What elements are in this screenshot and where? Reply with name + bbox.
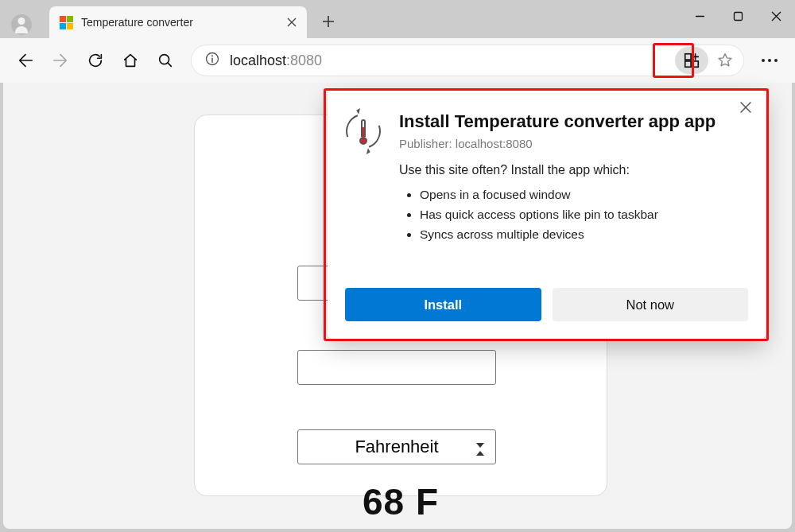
new-tab-button[interactable] bbox=[316, 10, 340, 33]
to-unit-value: Fahrenheit bbox=[355, 437, 438, 457]
svg-rect-5 bbox=[685, 61, 691, 67]
close-window-button[interactable] bbox=[757, 0, 795, 32]
popup-bullet: Opens in a focused window bbox=[420, 185, 745, 205]
toolbar: localhost:8080 bbox=[0, 38, 795, 83]
svg-rect-6 bbox=[692, 61, 698, 67]
refresh-button[interactable] bbox=[80, 45, 111, 76]
install-app-popup: Install Temperature converter app app Pu… bbox=[328, 91, 766, 339]
browser-tab[interactable]: Temperature converter bbox=[49, 6, 307, 38]
svg-rect-4 bbox=[685, 54, 691, 60]
address-bar[interactable]: localhost:8080 bbox=[191, 45, 744, 76]
popup-benefits: Opens in a focused window Has quick acce… bbox=[420, 185, 745, 244]
svg-rect-0 bbox=[734, 12, 742, 20]
profile-avatar[interactable] bbox=[11, 14, 32, 35]
home-button[interactable] bbox=[114, 45, 146, 76]
from-unit-input[interactable] bbox=[297, 350, 496, 385]
minimize-button[interactable] bbox=[681, 0, 719, 32]
window-controls bbox=[681, 0, 795, 32]
popup-close-button[interactable] bbox=[737, 99, 756, 118]
popup-bullet: Syncs across multiple devices bbox=[420, 225, 745, 245]
popup-publisher: Publisher: localhost:8080 bbox=[399, 137, 745, 150]
popup-title: Install Temperature converter app app bbox=[399, 111, 745, 132]
popup-bullet: Has quick access options like pin to tas… bbox=[420, 205, 745, 225]
close-tab-button[interactable] bbox=[283, 14, 301, 31]
result-text: 68 F bbox=[194, 480, 607, 523]
tab-title: Temperature converter bbox=[81, 16, 275, 29]
maximize-button[interactable] bbox=[719, 0, 757, 32]
install-app-button[interactable] bbox=[675, 47, 708, 74]
svg-point-3 bbox=[211, 55, 213, 56]
site-info-icon[interactable] bbox=[204, 51, 220, 70]
not-now-button[interactable]: Not now bbox=[553, 288, 749, 321]
back-button[interactable] bbox=[10, 45, 41, 76]
to-unit-select[interactable]: Fahrenheit bbox=[297, 429, 496, 464]
url-text: localhost:8080 bbox=[230, 52, 322, 69]
titlebar: Temperature converter bbox=[0, 0, 795, 38]
search-button[interactable] bbox=[149, 45, 181, 76]
install-button[interactable]: Install bbox=[345, 288, 541, 321]
app-icon bbox=[343, 111, 383, 151]
more-menu-button[interactable] bbox=[754, 45, 785, 76]
popup-lead: Use this site often? Install the app whi… bbox=[399, 163, 745, 177]
microsoft-favicon bbox=[59, 15, 73, 29]
forward-button[interactable] bbox=[45, 45, 76, 76]
favorite-button[interactable] bbox=[712, 47, 739, 74]
